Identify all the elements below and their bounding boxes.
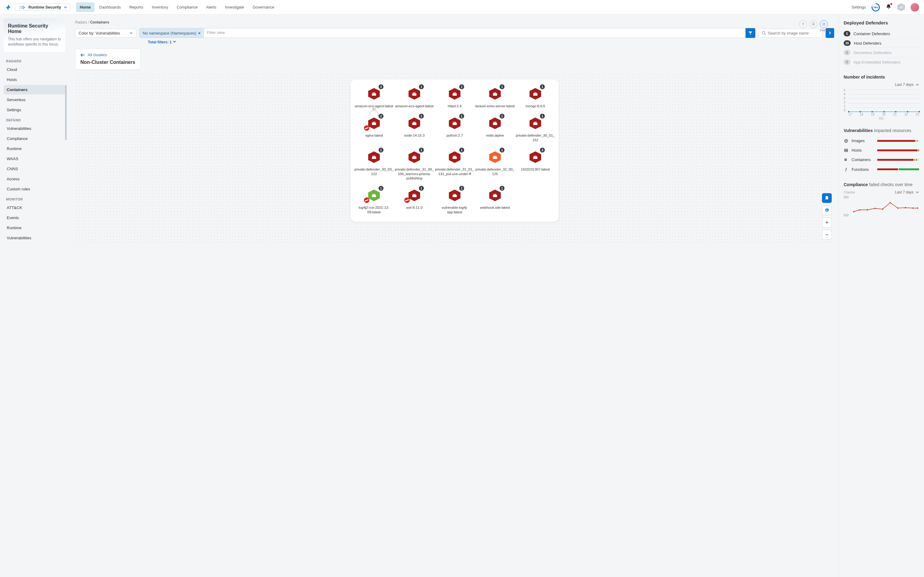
container-node[interactable]: 2amazon-ecs-agent:latest <box>354 85 394 108</box>
map-legend-button[interactable] <box>822 193 832 203</box>
sidebar-item-hosts[interactable]: Hosts <box>4 75 65 84</box>
filter-apply-button[interactable] <box>745 28 755 38</box>
svg-rect-73 <box>415 194 415 195</box>
container-node[interactable]: 802nginx:latest <box>354 115 394 142</box>
svg-point-99 <box>917 208 918 209</box>
compliance-range-select[interactable]: Last 7 days <box>895 190 919 194</box>
node-label: mongo:6.0.5 <box>526 104 545 108</box>
container-node[interactable]: 1vulnerable-log4j-app:latest <box>435 187 475 214</box>
sidebar-item-events[interactable]: Events <box>4 213 65 222</box>
vuln-row-images[interactable]: Images <box>844 136 919 145</box>
container-node[interactable]: 1webhook.site:latest <box>475 187 515 214</box>
sidebar-item-vulnerabilities[interactable]: Vulnerabilities <box>4 124 65 133</box>
container-node[interactable]: 1redis:alpine <box>475 115 515 142</box>
sidebar-item-vulnerabilities[interactable]: Vulnerabilities <box>4 233 65 243</box>
ai-assistant-icon[interactable]: AI <box>897 3 905 11</box>
scrollbar-thumb[interactable] <box>65 85 67 140</box>
back-to-clusters-link[interactable]: All clusters <box>80 53 135 57</box>
sidebar-item-access[interactable]: Access <box>4 174 65 184</box>
container-node[interactable]: 1python:2.7 <box>435 115 475 142</box>
section-header: MONITOR <box>4 194 65 203</box>
svg-rect-50 <box>412 157 417 159</box>
settings-link[interactable]: Settings <box>852 5 866 10</box>
defender-label: Host Defenders <box>854 41 881 45</box>
sidebar-item-custom-rules[interactable]: Custom rules <box>4 184 65 194</box>
breadcrumb-root[interactable]: Radars <box>75 20 87 24</box>
incidents-range-select[interactable]: Last 7 days <box>844 82 919 87</box>
nav-item-investigate[interactable]: Investigate <box>221 2 248 12</box>
container-node[interactable]: 1private:defender_32_00_125 <box>475 149 515 180</box>
sidebar-item-compliance[interactable]: Compliance <box>4 134 65 143</box>
container-node[interactable]: 31910231307:latest <box>515 149 555 180</box>
map-controls: + − <box>822 193 832 240</box>
alerts-config-icon[interactable] <box>810 20 817 28</box>
vuln-row-hosts[interactable]: Hosts <box>844 145 919 155</box>
zoom-out-button[interactable]: − <box>822 230 832 240</box>
sidebar-item-cloud[interactable]: Cloud <box>4 65 65 74</box>
container-node[interactable]: 1node:14.15.3 <box>394 115 435 142</box>
focus-selector[interactable]: Runtime Security <box>14 3 71 11</box>
filter-toolbar: Color by: Vulnerabilities No namespace (… <box>75 28 834 38</box>
defender-row[interactable]: 0App-Embedded Defenders <box>844 58 919 67</box>
nav-item-reports[interactable]: Reports <box>126 2 147 12</box>
node-label: httpd:2.4 <box>448 104 462 108</box>
sidebar-item-waas[interactable]: WAAS <box>4 154 65 163</box>
svg-rect-47 <box>373 156 373 157</box>
container-node[interactable]: 1amazon-ecs-agent:latest <box>394 85 435 108</box>
defender-row[interactable]: 5Container Defenders <box>844 29 919 39</box>
container-node[interactable]: 1mongo:6.0.5 <box>515 85 555 108</box>
sidebar-item-runtime[interactable]: Runtime <box>4 144 65 153</box>
svg-rect-56 <box>454 156 455 157</box>
color-by-select[interactable]: Color by: Vulnerabilities <box>75 29 136 38</box>
total-filters-link[interactable]: Total filters: 1 <box>148 40 834 44</box>
nav-item-dashboards[interactable]: Dashboards <box>96 2 124 12</box>
gauge-icon[interactable]: 78% <box>871 3 880 11</box>
notifications-icon[interactable] <box>885 4 892 11</box>
nav-item-compliance[interactable]: Compliance <box>173 2 201 12</box>
refresh-button[interactable] <box>822 205 832 215</box>
radar-canvas[interactable]: 2amazon-ecs-agent:latest1amazon-ecs-agen… <box>75 73 834 244</box>
svg-rect-68 <box>374 194 374 195</box>
scan-icon[interactable] <box>820 20 828 28</box>
node-count-badge: 1 <box>500 186 504 191</box>
container-node[interactable]: 1log4j2-rce-2021-12-09:latest <box>354 187 394 214</box>
sidebar-item-att-ck[interactable]: ATT&CK <box>4 203 65 213</box>
svg-point-92 <box>867 209 868 211</box>
sidebar-item-serverless[interactable]: Serverless <box>4 95 65 105</box>
container-node[interactable]: 1private:defender_30_03_122 <box>354 149 394 180</box>
node-count-badge: 1 <box>540 84 545 89</box>
sidebar-item-settings[interactable]: Settings <box>4 105 65 114</box>
nav-item-inventory[interactable]: Inventory <box>148 2 172 12</box>
container-node[interactable]: 1private:defender_31_00_109_warriors-pri… <box>394 149 435 180</box>
nav-item-alerts[interactable]: Alerts <box>203 2 220 12</box>
container-node[interactable]: 1private:defender_30_01_152 <box>515 115 555 142</box>
remove-chip-icon[interactable]: × <box>198 31 201 35</box>
chevron-down-icon <box>64 5 67 9</box>
nav-item-governance[interactable]: Governance <box>249 2 278 12</box>
defender-row[interactable]: 20Host Defenders <box>844 39 919 48</box>
container-node[interactable]: 1laravel-echo-server:latest <box>475 85 515 108</box>
defender-row[interactable]: 0Serverless Defenders <box>844 48 919 58</box>
container-node[interactable]: 1private:defender_31_01_131_put-uve-unde… <box>435 149 475 180</box>
svg-rect-65 <box>536 156 536 157</box>
zoom-in-button[interactable]: + <box>822 218 832 227</box>
sidebar-item-containers[interactable]: Containers <box>4 85 65 94</box>
vuln-row-functions[interactable]: fFunctions <box>844 164 919 174</box>
namespace-filter-chip[interactable]: No namespace (Namespaces) × <box>139 28 204 38</box>
svg-point-90 <box>853 211 854 213</box>
toolbar-right-icons: ? Scanning... <box>799 20 834 32</box>
container-node[interactable]: 1solr:8.11.0 <box>394 187 435 214</box>
help-icon[interactable]: ? <box>799 20 807 28</box>
sidebar-item-runtime[interactable]: Runtime <box>4 223 65 232</box>
vuln-row-containers[interactable]: Containers <box>844 155 919 164</box>
sidebar-item-cnns[interactable]: CNNS <box>4 164 65 174</box>
user-avatar[interactable] <box>911 3 919 11</box>
nav-item-home[interactable]: Home <box>76 2 94 12</box>
filter-view-input[interactable]: Filter view <box>204 28 745 38</box>
svg-rect-69 <box>375 194 375 195</box>
topnav-right: Settings 78% AI <box>852 3 919 11</box>
svg-rect-36 <box>454 122 455 123</box>
container-node[interactable]: 1httpd:2.4 <box>435 85 475 108</box>
vuln-bar <box>877 159 919 161</box>
svg-rect-29 <box>375 122 375 123</box>
